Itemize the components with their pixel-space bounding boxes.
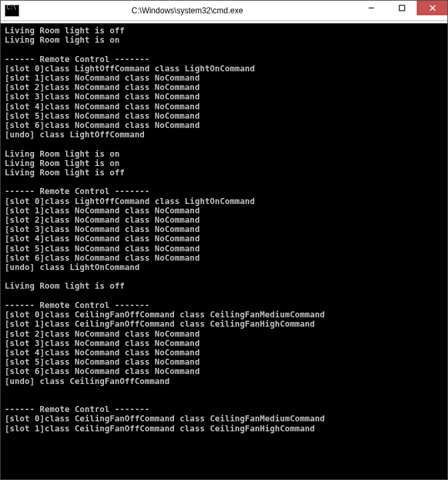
window-controls: [355, 1, 447, 20]
maximize-button[interactable]: [386, 1, 417, 15]
minimize-icon: [368, 5, 375, 11]
cmd-icon: C:\: [5, 5, 19, 17]
close-button[interactable]: [417, 1, 447, 15]
window-title: C:\Windows\system32\cmd.exe: [19, 6, 355, 15]
close-icon: [429, 5, 436, 11]
minimize-button[interactable]: [355, 1, 386, 15]
terminal-output[interactable]: Living Room light is off Living Room lig…: [1, 23, 447, 479]
app-window: C:\ C:\Windows\system32\cmd.exe Livi: [0, 0, 448, 480]
maximize-icon: [399, 5, 405, 11]
titlebar[interactable]: C:\ C:\Windows\system32\cmd.exe: [1, 1, 447, 21]
svg-rect-1: [399, 5, 405, 11]
